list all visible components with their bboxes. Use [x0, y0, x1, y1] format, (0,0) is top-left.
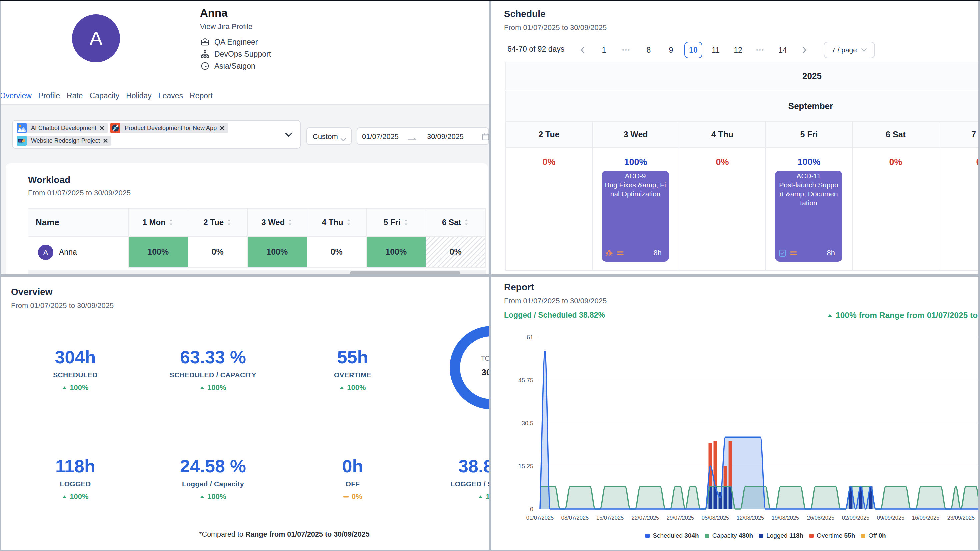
svg-text:30.5: 30.5 [522, 420, 533, 427]
svg-text:19/08/2025: 19/08/2025 [772, 515, 799, 521]
svg-text:23/09/2025: 23/09/2025 [947, 515, 975, 521]
svg-text:15.25: 15.25 [518, 463, 533, 470]
svg-text:45.75: 45.75 [518, 377, 533, 384]
svg-text:15/07/2025: 15/07/2025 [597, 515, 624, 521]
svg-text:09/09/2025: 09/09/2025 [877, 515, 905, 521]
svg-text:05/08/2025: 05/08/2025 [702, 515, 729, 521]
svg-text:61: 61 [527, 334, 533, 341]
svg-text:0: 0 [530, 506, 533, 513]
svg-text:01/07/2025: 01/07/2025 [527, 515, 554, 521]
svg-text:12/08/2025: 12/08/2025 [737, 515, 764, 521]
svg-text:22/07/2025: 22/07/2025 [632, 515, 659, 521]
svg-text:02/09/2025: 02/09/2025 [842, 515, 870, 521]
svg-text:29/07/2025: 29/07/2025 [667, 515, 694, 521]
svg-text:16/09/2025: 16/09/2025 [912, 515, 940, 521]
svg-text:26/08/2025: 26/08/2025 [807, 515, 835, 521]
svg-text:08/07/2025: 08/07/2025 [562, 515, 589, 521]
